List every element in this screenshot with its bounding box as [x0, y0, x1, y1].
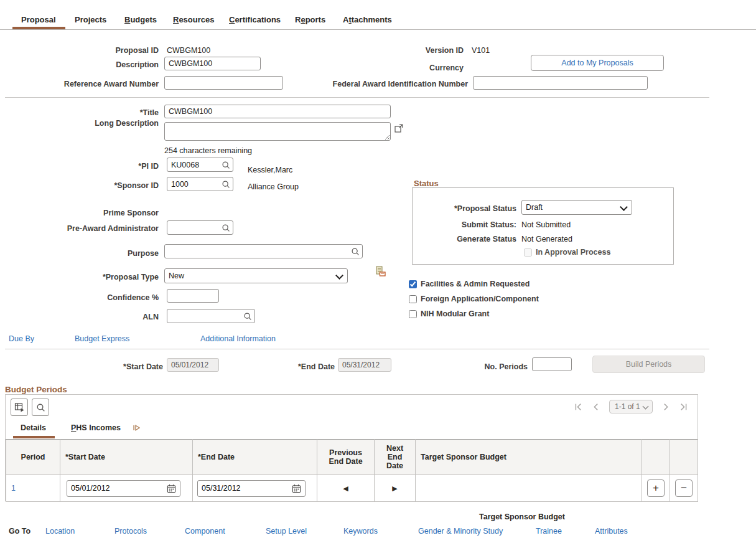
- status-heading: Status: [414, 179, 439, 188]
- tab-certifications[interactable]: Certifications: [229, 15, 281, 24]
- pre-award-admin-input[interactable]: [167, 222, 222, 234]
- long-description-textarea[interactable]: [164, 122, 391, 141]
- tab-proposal[interactable]: Proposal: [21, 15, 56, 24]
- goto-location-link[interactable]: Location: [45, 527, 75, 536]
- previous-end-date-icon[interactable]: ◀: [321, 484, 370, 493]
- go-to-label: Go To: [9, 527, 30, 536]
- goto-trainee-link[interactable]: Trainee: [536, 527, 562, 536]
- description-input[interactable]: [164, 57, 261, 70]
- proposal-type-select[interactable]: New: [164, 268, 348, 283]
- foreign-application-checkbox[interactable]: [409, 295, 417, 303]
- federal-award-id-input[interactable]: [473, 76, 648, 90]
- show-all-columns-icon[interactable]: [133, 423, 141, 432]
- tab-resources[interactable]: Resources: [173, 15, 214, 24]
- goto-component-link[interactable]: Component: [185, 527, 225, 536]
- col-header-next-end-date: Next End Date: [375, 440, 416, 475]
- pi-id-input[interactable]: [167, 159, 222, 171]
- sponsor-id-search-icon[interactable]: [222, 180, 230, 189]
- tab-projects[interactable]: Projects: [75, 15, 106, 24]
- pager-last-icon[interactable]: [679, 403, 688, 411]
- version-id-value: V101: [472, 46, 490, 55]
- tab-reports[interactable]: Reports: [295, 15, 325, 24]
- goto-gender-minority-study-link[interactable]: Gender & Minority Study: [418, 527, 503, 536]
- pager-first-icon[interactable]: [574, 403, 582, 411]
- goto-setup-level-link[interactable]: Setup Level: [266, 527, 307, 536]
- pager-next-icon[interactable]: [662, 403, 670, 411]
- grid-find-button[interactable]: [32, 399, 49, 416]
- grid-personalize-button[interactable]: [11, 399, 28, 416]
- facilities-admin-checkbox-row: Facilities & Admin Requested: [409, 280, 530, 288]
- pre-award-admin-search-icon[interactable]: [222, 224, 230, 232]
- long-description-label: Long Description: [34, 119, 159, 128]
- pre-award-admin-label: Pre-Award Administrator: [34, 224, 159, 233]
- purpose-input[interactable]: [165, 246, 351, 257]
- budget-express-link[interactable]: Budget Express: [75, 334, 129, 343]
- col-header-add: [642, 440, 670, 475]
- col-header-period: Period: [6, 440, 60, 475]
- goto-attributes-link[interactable]: Attributes: [595, 527, 628, 536]
- in-approval-process-checkbox-row: In Approval Process: [524, 248, 610, 257]
- sponsor-id-input[interactable]: [167, 179, 222, 190]
- title-input[interactable]: [164, 105, 391, 118]
- confidence-input[interactable]: [167, 289, 219, 303]
- no-periods-input[interactable]: [532, 357, 572, 371]
- grid-tab-phs-incomes[interactable]: PHS Incomes: [71, 423, 121, 432]
- nih-modular-grant-checkbox[interactable]: [409, 310, 417, 318]
- tab-budgets[interactable]: Budgets: [124, 15, 157, 24]
- nih-modular-grant-label: NIH Modular Grant: [421, 309, 489, 318]
- pager-range-select[interactable]: 1-1 of 1: [609, 400, 653, 413]
- additional-information-link[interactable]: Additional Information: [200, 334, 276, 343]
- expand-long-description-icon[interactable]: [394, 124, 403, 133]
- confidence-label: Confidence %: [34, 293, 159, 302]
- facilities-admin-checkbox[interactable]: [409, 280, 417, 288]
- sponsor-id-lookup: [167, 177, 233, 191]
- grid-tab-details[interactable]: Details: [21, 423, 46, 432]
- pi-name-text: Kessler,Marc: [248, 166, 292, 174]
- goto-protocols-link[interactable]: Protocols: [114, 527, 147, 536]
- in-approval-process-checkbox[interactable]: [524, 248, 532, 257]
- aln-input[interactable]: [167, 311, 243, 322]
- end-date-label: *End Date: [254, 362, 335, 371]
- start-date-calendar-icon[interactable]: [167, 484, 176, 493]
- facilities-admin-label: Facilities & Admin Requested: [421, 280, 530, 288]
- section-divider: [5, 349, 709, 349]
- end-date-calendar-icon[interactable]: [292, 484, 301, 493]
- row-end-date-input[interactable]: [198, 483, 292, 494]
- goto-keywords-link[interactable]: Keywords: [343, 527, 378, 536]
- delete-row-button[interactable]: −: [675, 479, 693, 497]
- proposal-status-select[interactable]: Draft: [521, 200, 632, 215]
- foreign-application-checkbox-row: Foreign Application/Component: [409, 295, 539, 303]
- search-icon: [36, 403, 45, 412]
- purpose-lookup: [164, 244, 363, 258]
- proposal-type-select-wrap: New: [164, 268, 348, 283]
- col-header-start-date: *Start Date: [60, 440, 193, 475]
- proposal-type-related-content-icon[interactable]: [375, 266, 386, 276]
- table-header-row: Period *Start Date *End Date Previous En…: [6, 440, 698, 475]
- add-to-my-proposals-button[interactable]: Add to My Proposals: [531, 55, 664, 71]
- federal-award-id-label: Federal Award Identification Number: [286, 80, 468, 88]
- pi-id-label: *PI ID: [34, 162, 159, 171]
- grid-pager: 1-1 of 1: [574, 400, 688, 413]
- purpose-label: Purpose: [34, 249, 159, 258]
- end-date-input[interactable]: [338, 358, 391, 372]
- add-row-button[interactable]: +: [647, 479, 665, 497]
- version-id-label: Version ID: [339, 46, 464, 55]
- period-link[interactable]: 1: [11, 484, 16, 493]
- no-periods-label: No. Periods: [459, 362, 528, 371]
- build-periods-button[interactable]: Build Periods: [592, 356, 705, 373]
- pager-previous-icon[interactable]: [592, 403, 600, 411]
- pi-id-search-icon[interactable]: [222, 161, 230, 169]
- generate-status-label: Generate Status: [429, 235, 516, 243]
- tab-attachments[interactable]: Attachments: [343, 15, 392, 24]
- next-end-date-icon[interactable]: ▶: [378, 484, 411, 493]
- purpose-search-icon[interactable]: [351, 247, 360, 256]
- active-grid-tab-indicator: [13, 436, 55, 438]
- pi-id-lookup: [167, 158, 233, 172]
- start-date-input[interactable]: [167, 358, 219, 372]
- aln-search-icon[interactable]: [243, 312, 252, 321]
- reference-award-number-input[interactable]: [164, 76, 283, 90]
- due-by-link[interactable]: Due By: [9, 334, 34, 343]
- nih-modular-grant-checkbox-row: NIH Modular Grant: [409, 309, 489, 318]
- target-sponsor-budget-cell: [416, 475, 642, 502]
- row-start-date-input[interactable]: [67, 483, 167, 494]
